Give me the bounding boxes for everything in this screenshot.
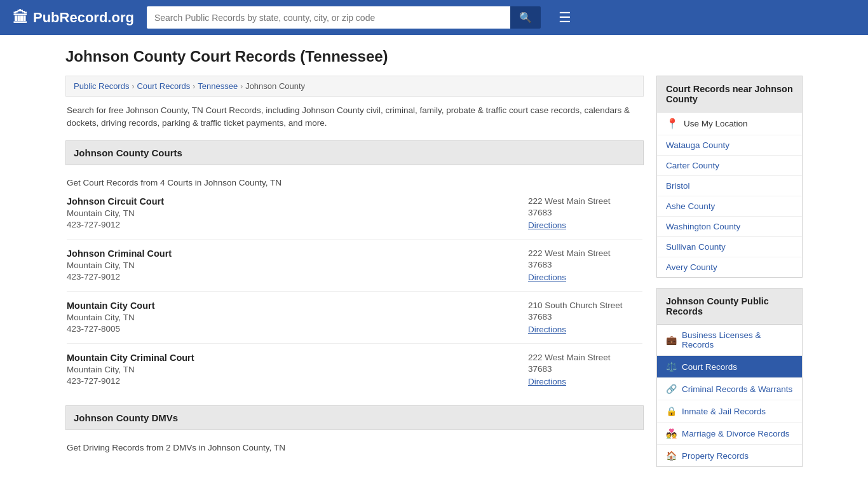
court-list: Johnson Circuit Court Mountain City, TN … (65, 187, 644, 395)
nearby-bristol-label: Bristol (666, 181, 690, 191)
breadcrumb-sep-2: › (193, 82, 195, 91)
court-address-4: 222 West Main Street (528, 353, 642, 362)
court-address-1: 222 West Main Street (528, 196, 642, 206)
inmate-icon: 🔒 (666, 406, 677, 416)
sidebar-nearby-sullivan[interactable]: Sullivan County (657, 237, 802, 257)
sidebar-nearby-list: 📍 Use My Location Watauga County Carter … (656, 112, 803, 278)
sidebar-property-records[interactable]: 🏠 Property Records (657, 445, 802, 466)
court-zip-2: 37683 (528, 260, 642, 269)
logo-text: PubRecord.org (33, 10, 134, 26)
page-description: Search for free Johnson County, TN Court… (65, 104, 644, 130)
court-location-4: Mountain City, TN (67, 365, 194, 374)
breadcrumb-current: Johnson County (245, 81, 305, 91)
page-title: Johnson County Court Records (Tennessee) (65, 48, 803, 65)
content-main: Public Records › Court Records › Tenness… (65, 76, 644, 452)
search-button[interactable]: 🔍 (510, 6, 541, 29)
court-entry-2: Johnson Criminal Court Mountain City, TN… (67, 240, 642, 292)
courts-sub-description: Get Court Records from 4 Courts in Johns… (65, 173, 644, 187)
nearby-ashe-label: Ashe County (666, 201, 715, 211)
business-licenses-label: Business Licenses & Records (682, 330, 793, 349)
breadcrumb-sep-1: › (132, 82, 134, 91)
breadcrumb-sep-3: › (240, 82, 243, 91)
main-container: Johnson County Court Records (Tennessee)… (53, 35, 815, 488)
dmv-sub-description: Get Driving Records from 2 DMVs in Johns… (65, 438, 644, 452)
nearby-carter-label: Carter County (666, 161, 719, 170)
nearby-washington-label: Washington County (666, 222, 740, 231)
court-icon: ⚖️ (666, 362, 677, 372)
court-phone-1: 423-727-9012 (67, 220, 164, 229)
property-records-label: Property Records (682, 451, 749, 461)
criminal-icon: 🔗 (666, 384, 677, 394)
pin-icon: 📍 (666, 118, 679, 130)
breadcrumb-court-records[interactable]: Court Records (137, 81, 190, 91)
court-location-3: Mountain City, TN (67, 313, 155, 322)
sidebar-public-records-header: Johnson County Public Records (656, 288, 803, 325)
sidebar-nearby-avery[interactable]: Avery County (657, 257, 802, 277)
court-directions-1[interactable]: Directions (528, 220, 566, 230)
sidebar-public-records-links: 💼 Business Licenses & Records ⚖️ Court R… (656, 325, 803, 467)
sidebar-marriage-records[interactable]: 💑 Marriage & Divorce Records (657, 423, 802, 445)
use-location-label: Use My Location (684, 119, 748, 128)
court-entry-4: Mountain City Criminal Court Mountain Ci… (67, 344, 642, 395)
court-name-1[interactable]: Johnson Circuit Court (67, 196, 164, 207)
court-phone-3: 423-727-8005 (67, 324, 155, 334)
court-right-4: 222 West Main Street 37683 Directions (528, 353, 642, 386)
nearby-watauga-label: Watauga County (666, 140, 729, 150)
sidebar-court-records[interactable]: ⚖️ Court Records (657, 356, 802, 378)
breadcrumb-tennessee[interactable]: Tennessee (198, 81, 238, 91)
court-left-4: Mountain City Criminal Court Mountain Ci… (67, 353, 194, 386)
sidebar-criminal-records[interactable]: 🔗 Criminal Records & Warrants (657, 378, 802, 400)
court-name-2[interactable]: Johnson Criminal Court (67, 248, 172, 259)
court-directions-2[interactable]: Directions (528, 273, 566, 282)
sidebar-nearby-bristol[interactable]: Bristol (657, 176, 802, 196)
property-icon: 🏠 (666, 451, 677, 461)
court-phone-4: 423-727-9012 (67, 376, 194, 386)
site-header: 🏛 PubRecord.org 🔍 ☰ (0, 0, 868, 35)
court-records-label: Court Records (682, 362, 737, 372)
sidebar-use-location[interactable]: 📍 Use My Location (657, 112, 802, 135)
nearby-sullivan-label: Sullivan County (666, 242, 726, 252)
inmate-records-label: Inmate & Jail Records (682, 407, 766, 416)
court-entry-1: Johnson Circuit Court Mountain City, TN … (67, 187, 642, 240)
court-left-2: Johnson Criminal Court Mountain City, TN… (67, 248, 172, 282)
court-entry-3: Mountain City Court Mountain City, TN 42… (67, 292, 642, 344)
court-location-1: Mountain City, TN (67, 208, 164, 218)
sidebar-nearby-ashe[interactable]: Ashe County (657, 196, 802, 217)
sidebar-inmate-records[interactable]: 🔒 Inmate & Jail Records (657, 400, 802, 423)
court-location-2: Mountain City, TN (67, 261, 172, 270)
courts-section-header: Johnson County Courts (65, 140, 644, 165)
court-zip-1: 37683 (528, 208, 642, 217)
court-left-1: Johnson Circuit Court Mountain City, TN … (67, 196, 164, 230)
court-name-3[interactable]: Mountain City Court (67, 301, 155, 311)
court-directions-3[interactable]: Directions (528, 325, 566, 334)
sidebar-nearby-watauga[interactable]: Watauga County (657, 135, 802, 156)
logo-icon: 🏛 (13, 9, 28, 27)
business-icon: 💼 (666, 335, 677, 345)
sidebar-nearby-washington[interactable]: Washington County (657, 217, 802, 237)
court-name-4[interactable]: Mountain City Criminal Court (67, 353, 194, 363)
sidebar-business-licenses[interactable]: 💼 Business Licenses & Records (657, 325, 802, 356)
court-left-3: Mountain City Court Mountain City, TN 42… (67, 301, 155, 334)
dmv-section: Johnson County DMVs Get Driving Records … (65, 405, 644, 452)
nearby-avery-label: Avery County (666, 262, 717, 272)
sidebar-nearby-header: Court Records near Johnson County (656, 76, 803, 112)
court-zip-4: 37683 (528, 364, 642, 374)
sidebar-nearby-carter[interactable]: Carter County (657, 156, 802, 176)
sidebar: Court Records near Johnson County 📍 Use … (656, 76, 803, 477)
court-right-1: 222 West Main Street 37683 Directions (528, 196, 642, 230)
search-bar: 🔍 (147, 6, 541, 29)
court-directions-4[interactable]: Directions (528, 377, 566, 386)
breadcrumb-public-records[interactable]: Public Records (74, 81, 129, 91)
marriage-icon: 💑 (666, 428, 677, 438)
court-address-3: 210 South Church Street (528, 301, 642, 310)
marriage-records-label: Marriage & Divorce Records (682, 429, 790, 438)
court-zip-3: 37683 (528, 312, 642, 322)
search-input[interactable] (147, 6, 510, 29)
menu-button[interactable]: ☰ (553, 7, 576, 29)
site-logo[interactable]: 🏛 PubRecord.org (13, 9, 134, 27)
content-layout: Public Records › Court Records › Tenness… (65, 76, 803, 477)
dmv-section-header: Johnson County DMVs (65, 405, 644, 430)
court-right-3: 210 South Church Street 37683 Directions (528, 301, 642, 334)
court-address-2: 222 West Main Street (528, 248, 642, 258)
court-right-2: 222 West Main Street 37683 Directions (528, 248, 642, 282)
